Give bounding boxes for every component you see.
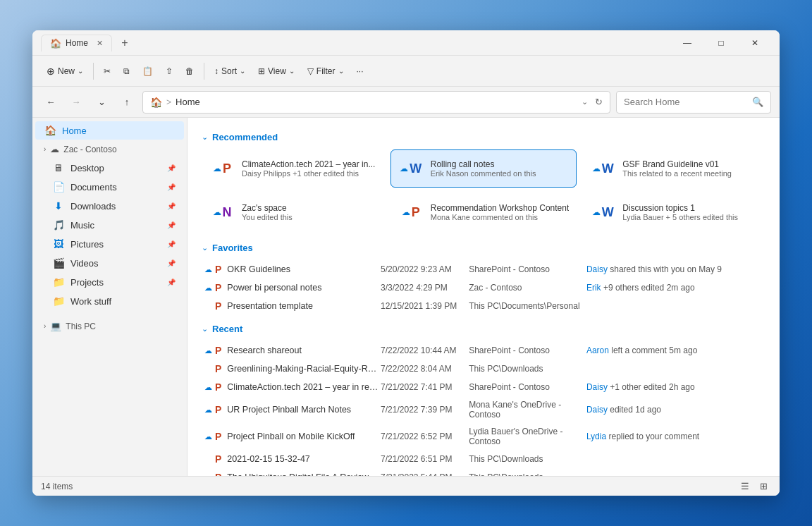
this-pc-label: This PC [66, 322, 96, 331]
recommended-chevron[interactable]: ⌄ [202, 133, 208, 142]
sort-button[interactable]: ↕ Sort ⌄ [209, 63, 251, 79]
rec-card-3[interactable]: ☁ N Zac's space You edited this [202, 193, 385, 231]
recent-filename-3: UR Project Pinball March Notes [227, 405, 351, 415]
view-icon: ⊞ [258, 66, 265, 76]
forward-icon: → [72, 97, 81, 107]
sidebar-item-documents[interactable]: 📄 Documents 📌 [35, 178, 184, 196]
new-icon: ⊕ [47, 66, 55, 77]
sidebar-item-home[interactable]: 🏠 Home [35, 121, 184, 140]
file-type-icon: P [215, 345, 221, 356]
address-box[interactable]: 🏠 > Home ⌄ ↻ [142, 91, 610, 114]
rec-card-5[interactable]: ☁ W Discussion topics 1 Lydia Bauer + 5 … [582, 193, 765, 231]
new-button[interactable]: ⊕ New ⌄ [41, 63, 89, 80]
recent-name-5: ☁ P 2021-02-15 15-32-47 [204, 453, 381, 465]
sidebar-item-music[interactable]: 🎵 Music 📌 [35, 216, 184, 234]
home-tab[interactable]: 🏠 Home ✕ [41, 35, 112, 51]
sort-label: Sort [221, 66, 237, 76]
recent-filename-2: ClimateAction.tech 2021 – year in review [227, 382, 381, 392]
paste-button[interactable]: 📋 [137, 63, 159, 79]
view-button[interactable]: ⊞ View ⌄ [252, 63, 300, 79]
minimize-button[interactable]: — [671, 32, 703, 54]
fav-row-1[interactable]: ☁ P Power bi personal notes 3/3/2022 4:2… [202, 279, 765, 297]
sidebar-item-work-stuff[interactable]: 📁 Work stuff [35, 292, 184, 310]
forward-button[interactable]: → [66, 92, 86, 112]
fav-row-0[interactable]: ☁ P OKR Guidelines 5/20/2022 9:23 AM Sha… [202, 260, 765, 279]
recent-list: ☁ P Research shareout 7/22/2022 10:44 AM… [202, 341, 765, 476]
file-type-icon: P [215, 282, 221, 293]
rec-card-5-name: Discussion topics 1 [622, 203, 758, 213]
cloud-icon: ☁ [204, 432, 212, 441]
sidebar-item-pictures[interactable]: 🖼 Pictures 📌 [35, 235, 184, 253]
statusbar: 14 items ☰ ⊞ [32, 476, 780, 496]
sidebar-item-desktop[interactable]: 🖥 Desktop 📌 [35, 159, 184, 177]
search-box[interactable]: 🔍 [616, 91, 771, 114]
item-count: 14 items [41, 482, 73, 491]
pin-icon: 📌 [167, 164, 176, 172]
recent-row-0[interactable]: ☁ P Research shareout 7/22/2022 10:44 AM… [202, 341, 765, 360]
pictures-icon: 🖼 [52, 238, 65, 250]
pin-icon: 📌 [167, 240, 176, 248]
favorites-chevron[interactable]: ⌄ [202, 243, 208, 252]
recent-locations-button[interactable]: ⌄ [92, 92, 111, 112]
delete-icon: 🗑 [185, 66, 194, 76]
fav-row-2[interactable]: ☁ P Presentation template 12/15/2021 1:3… [202, 297, 765, 315]
grid-view-button[interactable]: ⊞ [756, 479, 771, 494]
copy-button[interactable]: ⧉ [118, 63, 135, 79]
rec-card-3-icon: ☁ N [209, 200, 235, 225]
pin-icon: 📌 [167, 202, 176, 210]
list-view-button[interactable]: ☰ [737, 479, 753, 494]
recent-row-4[interactable]: ☁ P Project Pinball on Mobile KickOff 7/… [202, 423, 765, 450]
close-button[interactable]: ✕ [739, 32, 771, 54]
recent-location-3: Mona Kane's OneDrive - Contoso [469, 400, 586, 420]
recent-row-1[interactable]: ☁ P Greenlining-Making-Racial-Equity-Rea… [202, 360, 765, 378]
recent-name-2: ☁ P ClimateAction.tech 2021 – year in re… [204, 381, 381, 393]
up-button[interactable]: ↑ [117, 92, 137, 112]
more-button[interactable]: ··· [351, 63, 369, 79]
share-button[interactable]: ⇧ [160, 63, 178, 79]
sidebar-item-projects[interactable]: 📁 Projects 📌 [35, 273, 184, 291]
delete-button[interactable]: 🗑 [180, 63, 199, 79]
back-button[interactable]: ← [41, 92, 61, 112]
address-dropdown-icon[interactable]: ⌄ [582, 97, 588, 106]
sidebar-group-this-pc[interactable]: › 💻 This PC [35, 317, 184, 335]
rec-card-0[interactable]: ☁ P ClimateAction.tech 2021 – year in...… [202, 149, 385, 188]
recent-activity-2: Daisy +1 other edited 2h ago [586, 382, 763, 392]
rec-card-2[interactable]: ☁ W GSF Brand Guideline v01 This related… [582, 149, 765, 188]
sidebar-group-zac-contoso[interactable]: › ☁ Zac - Contoso [35, 140, 184, 158]
add-tab-button[interactable]: + [115, 33, 135, 53]
share-icon: ⇧ [166, 66, 173, 76]
sidebar-item-videos[interactable]: 🎬 Videos 📌 [35, 254, 184, 272]
recent-title: Recent [212, 324, 242, 334]
recent-header: ⌄ Recent [202, 324, 765, 334]
file-type-icon: P [215, 300, 221, 312]
recent-chevron[interactable]: ⌄ [202, 324, 208, 334]
refresh-button[interactable]: ↻ [595, 97, 603, 107]
sidebar-documents-label: Documents [70, 182, 161, 192]
recent-row-5[interactable]: ☁ P 2021-02-15 15-32-47 7/21/2022 6:51 P… [202, 450, 765, 468]
recent-row-6[interactable]: ☁ P The Ubiquitous Digital File A Review… [202, 468, 765, 476]
sort-dropdown-icon: ⌄ [240, 67, 245, 75]
sidebar-item-downloads[interactable]: ⬇ Downloads 📌 [35, 197, 184, 215]
recent-row-3[interactable]: ☁ P UR Project Pinball March Notes 7/21/… [202, 396, 765, 423]
projects-icon: 📁 [52, 276, 65, 288]
cloud-icon: ☁ [204, 265, 212, 274]
rec-card-4[interactable]: ☁ P Recommendation Workshop Content Mona… [390, 193, 577, 231]
fav-filename-0: OKR Guidelines [227, 264, 290, 274]
cut-button[interactable]: ✂ [98, 63, 116, 79]
rec-card-2-icon: ☁ W [590, 156, 615, 181]
rec-card-1[interactable]: ☁ W Rolling call notes Erik Nason commen… [390, 149, 577, 188]
recent-activity-0: Aaron left a comment 5m ago [586, 345, 763, 355]
addressbar: ← → ⌄ ↑ 🏠 > Home ⌄ ↻ 🔍 [32, 87, 780, 118]
search-input[interactable] [624, 97, 748, 107]
file-type-icon: P [215, 381, 221, 393]
recent-row-2[interactable]: ☁ P ClimateAction.tech 2021 – year in re… [202, 378, 765, 396]
filter-button[interactable]: ▽ Filter ⌄ [302, 63, 350, 79]
maximize-button[interactable]: □ [705, 32, 737, 54]
rec-card-2-info: GSF Brand Guideline v01 This related to … [622, 159, 758, 178]
close-tab-button[interactable]: ✕ [97, 39, 103, 48]
cloud-icon: ☁ [204, 283, 212, 293]
recent-filename-4: Project Pinball on Mobile KickOff [227, 432, 355, 441]
rec-card-3-meta: You edited this [242, 213, 377, 221]
fav-activity-0: Daisy shared this with you on May 9 [586, 264, 763, 274]
recent-name-0: ☁ P Research shareout [204, 345, 381, 356]
